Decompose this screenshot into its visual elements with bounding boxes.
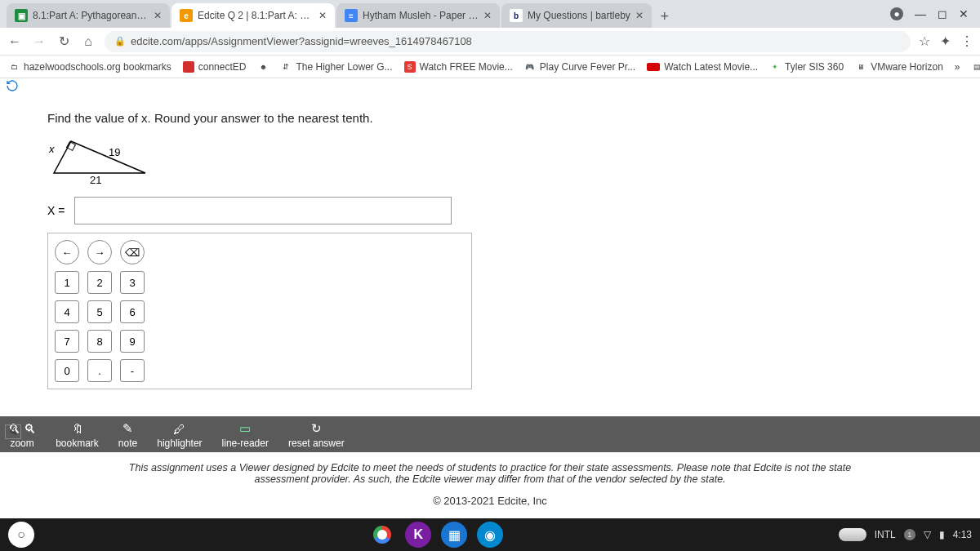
keypad-prev-button[interactable]: ← — [55, 240, 79, 264]
list-icon: ▤ — [972, 61, 980, 73]
keypad-7[interactable]: 7 — [55, 330, 79, 353]
tool-label: zoom — [10, 438, 33, 449]
browser-tab[interactable]: ≡ Hytham Musleh - Paper Copy - G ✕ — [336, 3, 500, 28]
triangle-figure: x 19 21 — [47, 136, 162, 185]
bookmark-favicon: ☻ — [257, 61, 269, 73]
bookmark-item[interactable]: 🖥VMware Horizon — [855, 61, 943, 73]
reload-icon[interactable]: ↻ — [56, 33, 72, 49]
new-tab-button[interactable]: + — [653, 5, 676, 28]
bookmark-label: Watch FREE Movie... — [420, 61, 513, 73]
camera-icon[interactable]: ◉ — [477, 522, 503, 548]
extension-icon[interactable]: ✦ — [940, 33, 951, 49]
answer-input[interactable] — [74, 197, 452, 224]
bookmark-item[interactable]: 🎮Play Curve Fever Pr... — [524, 61, 635, 73]
reset-answer-tool[interactable]: ↻ reset answer — [288, 421, 345, 449]
chrome-icon[interactable] — [369, 522, 395, 548]
bookmark-label: Play Curve Fever Pr... — [540, 61, 635, 73]
bookmark-icon: 🔖︎ — [71, 422, 83, 436]
star-icon[interactable]: ☆ — [919, 33, 930, 49]
close-icon[interactable]: ✕ — [483, 10, 492, 21]
lang-indicator: INTL — [875, 529, 896, 540]
profile-icon[interactable]: ● — [890, 7, 903, 20]
bookmark-label: connectED — [198, 61, 247, 73]
close-icon[interactable]: ✕ — [635, 10, 644, 21]
bookmark-favicon — [647, 63, 660, 71]
battery-icon: ▮ — [939, 529, 945, 540]
bookmark-item[interactable]: ⇵The Higher Lower G... — [280, 61, 392, 73]
bookmark-label: The Higher Lower G... — [296, 61, 392, 73]
keypad-2[interactable]: 2 — [87, 271, 112, 294]
zoom-magnifier-icon[interactable]: 🔍︎ — [5, 424, 21, 439]
close-icon[interactable]: ✕ — [318, 10, 327, 21]
lock-icon: 🔒 — [114, 36, 126, 47]
keypad-6[interactable]: 6 — [120, 300, 145, 323]
keypad-8[interactable]: 8 — [87, 330, 112, 353]
bookmark-label: hazelwoodschools.org bookmarks — [24, 61, 172, 73]
bookmark-item[interactable]: Watch Latest Movie... — [647, 61, 758, 73]
bookmark-label: VMware Horizon — [871, 61, 943, 73]
tab-favicon: b — [510, 9, 523, 22]
url-input[interactable]: 🔒 edcite.com/apps/AssignmentViewer?assig… — [105, 31, 911, 52]
triangle-base-label: 21 — [90, 174, 101, 186]
line-reader-tool[interactable]: ▭ line-reader — [222, 421, 269, 449]
back-icon[interactable]: ← — [7, 34, 23, 49]
browser-tab[interactable]: b My Questions | bartleby ✕ — [501, 3, 652, 28]
keypad-5[interactable]: 5 — [87, 300, 112, 323]
assignment-page: Find the value of x. Round your answer t… — [0, 78, 980, 389]
close-icon[interactable]: ✕ — [154, 10, 162, 21]
keypad-backspace-button[interactable]: ⌫ — [120, 240, 145, 264]
keypad-dot[interactable]: . — [87, 359, 112, 382]
bookmark-item[interactable]: ☻ — [257, 61, 269, 73]
keypad: ← → ⌫ 1 2 3 4 5 6 7 8 9 0 . - — [47, 233, 472, 389]
bookmark-label: Tyler SIS 360 — [785, 61, 844, 73]
wifi-icon: ▽ — [924, 529, 931, 540]
keypad-next-button[interactable]: → — [87, 240, 112, 264]
bookmark-tool[interactable]: 🔖︎ bookmark — [56, 422, 99, 449]
bookmarks-bar: 🗀hazelwoodschools.org bookmarks connectE… — [0, 56, 980, 78]
close-window-icon[interactable]: ✕ — [959, 7, 969, 20]
clock: 4:13 — [953, 529, 972, 540]
bookmark-item[interactable]: ✦Tyler SIS 360 — [769, 61, 844, 73]
docs-icon[interactable]: ▦ — [441, 522, 467, 548]
copyright-text: © 2013-2021 Edcite, Inc — [0, 495, 980, 507]
browser-tab[interactable]: ▣ 8.1:Part A: Pythagorean Theorem ✕ — [7, 3, 170, 28]
keypad-3[interactable]: 3 — [120, 271, 145, 294]
footer-disclaimer: This assignment uses a Viewer designed b… — [0, 462, 980, 485]
highlighter-icon: 🖊︎ — [173, 422, 185, 436]
browser-tab-active[interactable]: e Edcite Q 2 | 8.1:Part A: Pythagor ✕ — [172, 3, 335, 28]
app-icon-k[interactable]: K — [405, 522, 431, 548]
keypad-minus[interactable]: - — [120, 359, 145, 382]
launcher-icon[interactable]: ○ — [8, 522, 34, 548]
browser-tabstrip: ▣ 8.1:Part A: Pythagorean Theorem ✕ e Ed… — [0, 0, 980, 28]
viewer-toolbar: 🔍︎ 🔍︎ zoom 🔖︎ bookmark ✎ note 🖊︎ highlig… — [0, 416, 980, 452]
tool-label: bookmark — [56, 438, 99, 449]
tab-title: My Questions | bartleby — [528, 10, 630, 21]
bookmark-item[interactable]: connectED — [183, 61, 247, 73]
minimize-icon[interactable]: — — [915, 7, 926, 20]
highlighter-tool[interactable]: 🖊︎ highlighter — [157, 422, 202, 449]
keypad-9[interactable]: 9 — [120, 330, 145, 353]
menu-icon[interactable]: ⋮ — [960, 33, 973, 49]
tab-favicon: ≡ — [345, 9, 358, 22]
keypad-1[interactable]: 1 — [55, 271, 79, 294]
folder-icon: 🗀 — [8, 61, 20, 73]
tab-title: 8.1:Part A: Pythagorean Theorem — [33, 10, 149, 21]
bookmarks-overflow[interactable]: » — [955, 61, 960, 73]
note-tool[interactable]: ✎ note — [118, 421, 137, 449]
maximize-icon[interactable]: ◻ — [938, 7, 947, 20]
forward-icon[interactable]: → — [31, 34, 47, 49]
bookmark-item[interactable]: SWatch FREE Movie... — [404, 61, 513, 73]
keypad-4[interactable]: 4 — [55, 300, 79, 323]
tab-favicon: ▣ — [15, 9, 28, 22]
tool-label: reset answer — [288, 438, 345, 449]
reading-list-button[interactable]: ▤Reading list — [972, 61, 980, 73]
system-tray[interactable]: INTL 1 ▽ ▮ 4:13 — [839, 528, 972, 541]
home-icon[interactable]: ⌂ — [80, 34, 96, 49]
url-text: edcite.com/apps/AssignmentViewer?assigni… — [131, 35, 472, 47]
address-bar: ← → ↻ ⌂ 🔒 edcite.com/apps/AssignmentView… — [0, 28, 980, 56]
reset-icon: ↻ — [311, 421, 322, 436]
bookmark-favicon: ⇵ — [280, 61, 292, 73]
bookmark-item[interactable]: 🗀hazelwoodschools.org bookmarks — [8, 61, 172, 73]
question-text: Find the value of x. Round your answer t… — [47, 111, 947, 125]
keypad-0[interactable]: 0 — [55, 359, 79, 382]
